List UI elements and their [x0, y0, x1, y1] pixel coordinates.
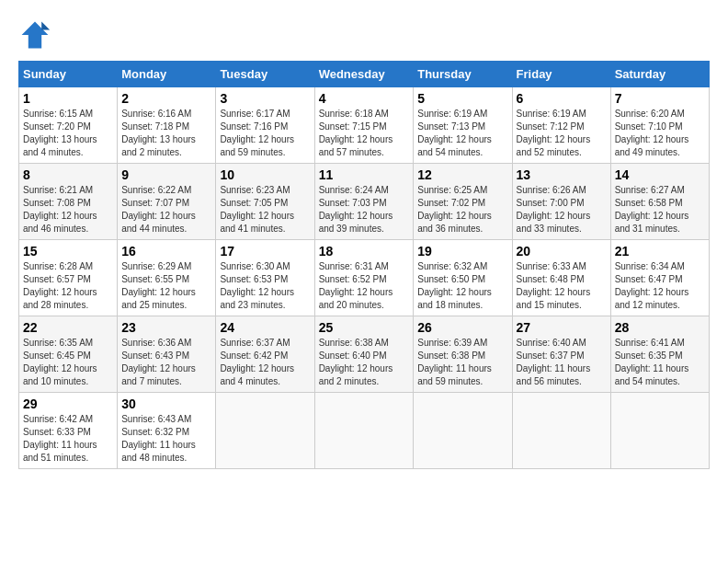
day-info: Sunrise: 6:19 AMSunset: 7:13 PMDaylight:…: [417, 109, 492, 157]
week-row-2: 8 Sunrise: 6:21 AMSunset: 7:08 PMDayligh…: [19, 164, 710, 240]
day-number: 8: [23, 167, 113, 182]
day-info: Sunrise: 6:28 AMSunset: 6:57 PMDaylight:…: [23, 261, 97, 310]
day-cell: 22 Sunrise: 6:35 AMSunset: 6:45 PMDaylig…: [19, 316, 118, 393]
day-number: 21: [615, 244, 705, 259]
day-info: Sunrise: 6:30 AMSunset: 6:53 PMDaylight:…: [220, 261, 294, 310]
day-info: Sunrise: 6:25 AMSunset: 7:02 PMDaylight:…: [417, 185, 492, 234]
day-info: Sunrise: 6:20 AMSunset: 7:10 PMDaylight:…: [615, 109, 689, 157]
day-number: 25: [319, 320, 410, 335]
calendar-table: SundayMondayTuesdayWednesdayThursdayFrid…: [18, 61, 710, 469]
day-info: Sunrise: 6:24 AMSunset: 7:03 PMDaylight:…: [319, 185, 393, 234]
day-info: Sunrise: 6:32 AMSunset: 6:50 PMDaylight:…: [417, 261, 492, 310]
col-header-tuesday: Tuesday: [216, 62, 314, 87]
day-cell: 21 Sunrise: 6:34 AMSunset: 6:47 PMDaylig…: [610, 240, 709, 316]
day-info: Sunrise: 6:40 AMSunset: 6:37 PMDaylight:…: [517, 338, 591, 386]
week-row-3: 15 Sunrise: 6:28 AMSunset: 6:57 PMDaylig…: [19, 240, 710, 316]
day-number: 14: [615, 167, 705, 182]
day-number: 10: [220, 167, 310, 182]
day-info: Sunrise: 6:27 AMSunset: 6:58 PMDaylight:…: [615, 185, 689, 234]
day-cell: [216, 393, 314, 469]
day-info: Sunrise: 6:41 AMSunset: 6:35 PMDaylight:…: [615, 338, 689, 386]
day-number: 24: [220, 320, 310, 335]
week-row-4: 22 Sunrise: 6:35 AMSunset: 6:45 PMDaylig…: [19, 316, 710, 393]
day-cell: 8 Sunrise: 6:21 AMSunset: 7:08 PMDayligh…: [19, 164, 118, 240]
day-number: 4: [319, 91, 410, 106]
day-info: Sunrise: 6:38 AMSunset: 6:40 PMDaylight:…: [319, 338, 393, 386]
day-cell: 10 Sunrise: 6:23 AMSunset: 7:05 PMDaylig…: [216, 164, 314, 240]
day-info: Sunrise: 6:29 AMSunset: 6:55 PMDaylight:…: [121, 261, 196, 310]
day-cell: 20 Sunrise: 6:33 AMSunset: 6:48 PMDaylig…: [512, 240, 610, 316]
page-header: [18, 18, 710, 52]
day-cell: 3 Sunrise: 6:17 AMSunset: 7:16 PMDayligh…: [216, 87, 314, 164]
day-cell: 25 Sunrise: 6:38 AMSunset: 6:40 PMDaylig…: [314, 316, 414, 393]
day-info: Sunrise: 6:36 AMSunset: 6:43 PMDaylight:…: [121, 338, 196, 386]
day-cell: 7 Sunrise: 6:20 AMSunset: 7:10 PMDayligh…: [610, 87, 709, 164]
day-number: 17: [220, 244, 310, 259]
day-cell: 1 Sunrise: 6:15 AMSunset: 7:20 PMDayligh…: [19, 87, 118, 164]
day-cell: [414, 393, 512, 469]
day-cell: 5 Sunrise: 6:19 AMSunset: 7:13 PMDayligh…: [414, 87, 512, 164]
day-cell: [512, 393, 610, 469]
day-info: Sunrise: 6:42 AMSunset: 6:33 PMDaylight:…: [23, 414, 97, 463]
day-cell: 9 Sunrise: 6:22 AMSunset: 7:07 PMDayligh…: [118, 164, 216, 240]
day-number: 6: [517, 91, 607, 106]
day-info: Sunrise: 6:31 AMSunset: 6:52 PMDaylight:…: [319, 261, 393, 310]
day-number: 15: [23, 244, 113, 259]
day-number: 27: [517, 320, 607, 335]
day-info: Sunrise: 6:33 AMSunset: 6:48 PMDaylight:…: [517, 261, 591, 310]
header-row: SundayMondayTuesdayWednesdayThursdayFrid…: [19, 62, 710, 87]
day-cell: [314, 393, 414, 469]
col-header-wednesday: Wednesday: [314, 62, 414, 87]
day-number: 26: [417, 320, 507, 335]
day-cell: 4 Sunrise: 6:18 AMSunset: 7:15 PMDayligh…: [314, 87, 414, 164]
day-cell: 26 Sunrise: 6:39 AMSunset: 6:38 PMDaylig…: [414, 316, 512, 393]
day-cell: 16 Sunrise: 6:29 AMSunset: 6:55 PMDaylig…: [118, 240, 216, 316]
day-info: Sunrise: 6:34 AMSunset: 6:47 PMDaylight:…: [615, 261, 689, 310]
day-number: 30: [121, 396, 211, 411]
day-number: 11: [319, 167, 410, 182]
day-number: 16: [121, 244, 211, 259]
day-info: Sunrise: 6:43 AMSunset: 6:32 PMDaylight:…: [121, 414, 196, 463]
col-header-thursday: Thursday: [414, 62, 512, 87]
day-cell: 15 Sunrise: 6:28 AMSunset: 6:57 PMDaylig…: [19, 240, 118, 316]
svg-marker-1: [41, 22, 50, 30]
day-cell: 6 Sunrise: 6:19 AMSunset: 7:12 PMDayligh…: [512, 87, 610, 164]
day-number: 22: [23, 320, 113, 335]
day-info: Sunrise: 6:19 AMSunset: 7:12 PMDaylight:…: [517, 109, 591, 157]
day-number: 5: [417, 91, 507, 106]
day-info: Sunrise: 6:26 AMSunset: 7:00 PMDaylight:…: [517, 185, 591, 234]
day-info: Sunrise: 6:23 AMSunset: 7:05 PMDaylight:…: [220, 185, 294, 234]
day-info: Sunrise: 6:18 AMSunset: 7:15 PMDaylight:…: [319, 109, 393, 157]
day-cell: 23 Sunrise: 6:36 AMSunset: 6:43 PMDaylig…: [118, 316, 216, 393]
col-header-sunday: Sunday: [19, 62, 118, 87]
day-info: Sunrise: 6:35 AMSunset: 6:45 PMDaylight:…: [23, 338, 97, 386]
day-cell: 29 Sunrise: 6:42 AMSunset: 6:33 PMDaylig…: [19, 393, 118, 469]
day-info: Sunrise: 6:22 AMSunset: 7:07 PMDaylight:…: [121, 185, 196, 234]
day-info: Sunrise: 6:21 AMSunset: 7:08 PMDaylight:…: [23, 185, 97, 234]
day-cell: 18 Sunrise: 6:31 AMSunset: 6:52 PMDaylig…: [314, 240, 414, 316]
day-cell: 24 Sunrise: 6:37 AMSunset: 6:42 PMDaylig…: [216, 316, 314, 393]
logo-icon: [18, 18, 51, 52]
day-cell: 17 Sunrise: 6:30 AMSunset: 6:53 PMDaylig…: [216, 240, 314, 316]
day-number: 23: [121, 320, 211, 335]
day-cell: 14 Sunrise: 6:27 AMSunset: 6:58 PMDaylig…: [610, 164, 709, 240]
day-info: Sunrise: 6:17 AMSunset: 7:16 PMDaylight:…: [220, 109, 294, 157]
day-number: 7: [615, 91, 705, 106]
day-number: 18: [319, 244, 410, 259]
day-cell: 19 Sunrise: 6:32 AMSunset: 6:50 PMDaylig…: [414, 240, 512, 316]
day-cell: 28 Sunrise: 6:41 AMSunset: 6:35 PMDaylig…: [610, 316, 709, 393]
day-number: 1: [23, 91, 113, 106]
week-row-5: 29 Sunrise: 6:42 AMSunset: 6:33 PMDaylig…: [19, 393, 710, 469]
col-header-saturday: Saturday: [610, 62, 709, 87]
day-info: Sunrise: 6:16 AMSunset: 7:18 PMDaylight:…: [121, 109, 196, 157]
week-row-1: 1 Sunrise: 6:15 AMSunset: 7:20 PMDayligh…: [19, 87, 710, 164]
day-number: 2: [121, 91, 211, 106]
day-number: 29: [23, 396, 113, 411]
day-number: 12: [417, 167, 507, 182]
day-number: 13: [517, 167, 607, 182]
day-info: Sunrise: 6:37 AMSunset: 6:42 PMDaylight:…: [220, 338, 294, 386]
day-cell: 30 Sunrise: 6:43 AMSunset: 6:32 PMDaylig…: [118, 393, 216, 469]
col-header-friday: Friday: [512, 62, 610, 87]
logo: [18, 18, 57, 52]
day-cell: [610, 393, 709, 469]
